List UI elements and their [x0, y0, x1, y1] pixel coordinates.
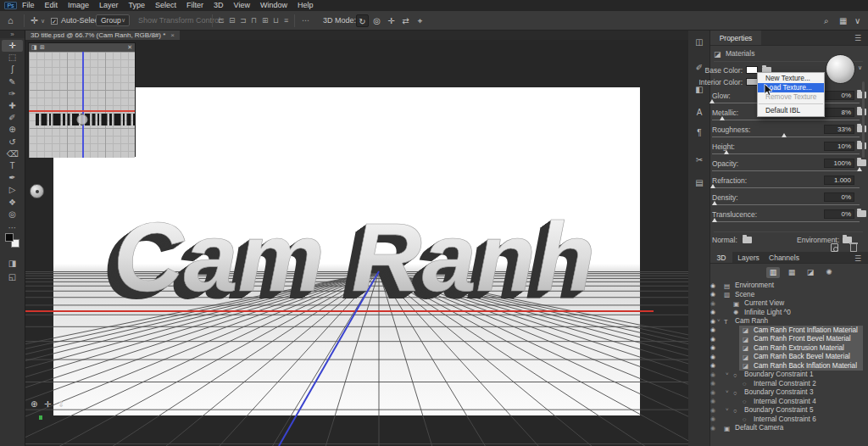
visibility-eye-icon[interactable]: ◉ — [710, 407, 715, 414]
swap-view-icon[interactable]: ◨ — [31, 44, 37, 51]
secondary-view-window[interactable]: ✕ ◨⊞ — [28, 42, 136, 157]
top-view-canvas[interactable] — [29, 52, 135, 158]
filter-materials-icon[interactable]: ◪ — [804, 267, 817, 278]
tree-item-material[interactable]: Cam Ranh Back Bevel Material — [754, 353, 850, 360]
foreground-color-swatch[interactable] — [5, 233, 14, 242]
close-icon[interactable]: ✕ — [127, 44, 132, 51]
tree-item-scene[interactable]: Scene — [735, 291, 754, 298]
pen-tool[interactable]: ✒ — [2, 172, 23, 184]
tree-item-environment[interactable]: Environment — [735, 282, 774, 289]
pan-view-icon[interactable]: ✛ — [44, 399, 51, 409]
tree-item-material[interactable]: Cam Ranh Extrusion Material — [754, 344, 844, 352]
slider-thumb[interactable] — [709, 99, 715, 103]
quick-mask-icon[interactable]: ◨ — [2, 258, 23, 270]
visibility-eye-icon[interactable]: ◉ — [710, 380, 715, 387]
slider-track[interactable] — [712, 170, 860, 171]
slider-thumb[interactable] — [712, 201, 717, 205]
paragraph-panel-icon[interactable]: ¶ — [688, 128, 710, 137]
marquee-tool[interactable]: ⬚ — [2, 52, 23, 64]
slider-track[interactable] — [712, 120, 860, 120]
screen-mode-icon[interactable]: ◱ — [2, 271, 23, 283]
zoom-tool[interactable]: ◎ — [2, 209, 23, 220]
toolbar-collapse-icon[interactable]: » — [0, 31, 25, 38]
tree-item-constraint[interactable]: Boundary Constraint 3 — [744, 388, 813, 396]
visibility-eye-icon[interactable]: ◉ — [710, 362, 715, 369]
align-top-icon[interactable]: ⊓ — [251, 11, 257, 31]
menu-edit[interactable]: Edit — [45, 0, 58, 11]
type-tool[interactable]: T — [2, 160, 23, 172]
search-icon[interactable]: ⌕ — [824, 11, 829, 31]
slider-thumb[interactable] — [720, 116, 725, 120]
align-left-icon[interactable]: ⊏ — [218, 11, 225, 31]
slider-value[interactable]: 0% — [824, 209, 854, 219]
menu-select[interactable]: Select — [155, 0, 176, 11]
more-options-icon[interactable]: ⋯ — [302, 11, 309, 31]
secondary-view-header[interactable]: ✕ ◨⊞ — [29, 43, 135, 52]
visibility-eye-icon[interactable]: ◉ — [710, 415, 715, 422]
scrollbar[interactable] — [862, 81, 865, 158]
filter-lights-icon[interactable]: ✺ — [822, 267, 836, 278]
eyedropper-tool[interactable]: ✑ — [2, 88, 23, 100]
tree-item-constraint[interactable]: Internal Constraint 2 — [754, 380, 816, 387]
menu-3d[interactable]: 3D — [214, 0, 224, 11]
move-tool[interactable]: ✛ — [2, 40, 23, 52]
visibility-eye-icon[interactable]: ◉ — [710, 300, 715, 307]
menu-filter[interactable]: Filter — [186, 0, 203, 11]
slider-thumb[interactable] — [782, 133, 787, 137]
visibility-eye-icon[interactable]: ◉ — [710, 398, 715, 404]
menu-type[interactable]: Type — [129, 0, 146, 11]
menu-item-new-texture[interactable]: New Texture... — [758, 74, 824, 83]
tree-item-constraint[interactable]: Boundary Constraint 1 — [744, 371, 813, 378]
history-brush-tool[interactable]: ↺ — [2, 137, 23, 148]
filter-scene-icon[interactable]: ▥ — [766, 267, 780, 278]
slider-value[interactable]: 8% — [824, 108, 854, 117]
slider-value[interactable]: 33% — [824, 125, 854, 134]
slider-value[interactable]: 0% — [824, 192, 854, 202]
slider-value[interactable]: 10% — [824, 142, 854, 151]
roll-3d-icon[interactable]: ◎ — [370, 14, 383, 27]
visibility-eye-icon[interactable]: ◉ — [710, 354, 715, 360]
menu-view[interactable]: View — [234, 0, 250, 11]
tree-item-constraint[interactable]: Internal Constraint 6 — [754, 415, 816, 423]
base-color-swatch[interactable] — [746, 66, 758, 74]
visibility-eye-icon[interactable]: ◉ — [710, 282, 715, 289]
slider-track[interactable] — [712, 187, 860, 188]
menu-help[interactable]: Help — [298, 0, 314, 11]
tree-item-constraint[interactable]: Boundary Constraint 5 — [744, 406, 813, 414]
workspace-icon[interactable]: ▦ — [839, 11, 847, 31]
move-tool-icon[interactable]: ✛ — [31, 11, 38, 31]
filter-meshes-icon[interactable]: ▦ — [785, 267, 798, 278]
distribute-icon[interactable]: ≡ — [284, 11, 288, 31]
tab-3d[interactable]: 3D — [710, 252, 732, 263]
close-icon[interactable]: × — [170, 31, 175, 39]
material-preview-ball[interactable] — [826, 54, 855, 84]
visibility-eye-icon[interactable]: ◉ — [710, 344, 715, 351]
orbit-3d-icon[interactable]: ↻ — [356, 14, 369, 27]
tab-layers[interactable]: Layers — [732, 252, 765, 263]
group-dropdown[interactable]: Group∨ — [96, 14, 130, 26]
lasso-tool[interactable]: ʃ — [2, 64, 23, 75]
visibility-eye-icon[interactable]: ◉ — [710, 291, 715, 298]
tab-properties[interactable]: Properties — [710, 31, 761, 45]
slider-track[interactable] — [712, 204, 860, 205]
orbit-view-icon[interactable]: ⊕ — [31, 399, 37, 409]
menu-file[interactable]: File — [22, 0, 35, 11]
panel-menu-icon[interactable]: ☰ — [854, 254, 861, 263]
chevron-down-icon[interactable]: ˅ — [726, 407, 729, 412]
material-ball-chevron-icon[interactable]: ∨ — [858, 64, 862, 71]
tree-item-light[interactable]: Infinite Light ^0 — [744, 309, 791, 316]
texture-folder-icon[interactable] — [857, 210, 866, 217]
chevron-down-icon[interactable]: ˅ — [726, 389, 729, 394]
visibility-eye-icon[interactable]: ◉ — [710, 326, 715, 333]
slider-value[interactable]: 0% — [824, 91, 854, 100]
brush-tool[interactable]: ✐ — [2, 112, 23, 124]
tree-item-camera[interactable]: Default Camera — [735, 424, 783, 432]
slide-3d-icon[interactable]: ⇄ — [399, 14, 412, 27]
chevron-down-icon[interactable]: ∨ — [854, 11, 860, 31]
visibility-eye-icon[interactable]: ◉ — [710, 371, 715, 378]
panel-menu-icon[interactable]: ☰ — [854, 34, 861, 42]
clip-icon[interactable]: ✂ — [688, 155, 710, 164]
menu-item-default-ibl[interactable]: Default IBL — [758, 106, 824, 115]
quick-select-tool[interactable]: ✎ — [2, 76, 23, 88]
clone-stamp-tool[interactable]: ⊕ — [2, 124, 23, 136]
